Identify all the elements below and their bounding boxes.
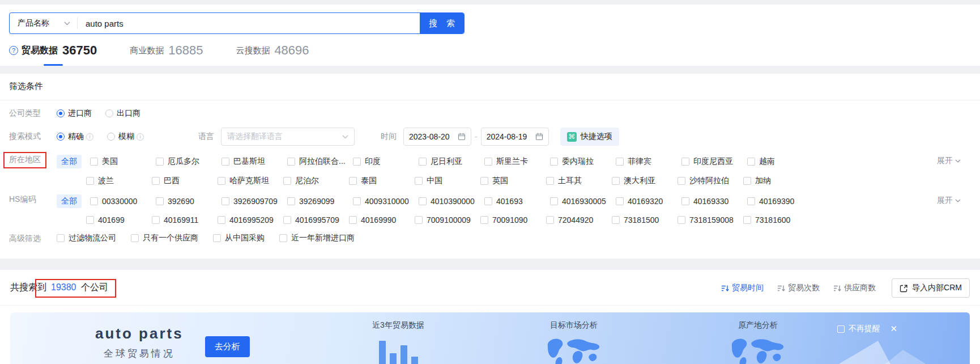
info-icon[interactable]: i bbox=[86, 133, 93, 141]
hs-checkbox-option[interactable]: 401693 bbox=[484, 197, 550, 206]
checkbox-icon[interactable] bbox=[681, 197, 689, 205]
region-checkbox-option[interactable]: 沙特阿拉伯 bbox=[678, 176, 743, 186]
sort-trade-time[interactable]: 贸易时间 bbox=[721, 283, 764, 293]
checkbox-icon[interactable] bbox=[678, 216, 685, 224]
checkbox-icon[interactable] bbox=[86, 216, 94, 224]
tab-cloud-search-data[interactable]: 云搜数据 48696 bbox=[236, 43, 309, 66]
checkbox-icon[interactable] bbox=[681, 158, 689, 166]
hs-checkbox-option[interactable]: 4016995209 bbox=[218, 215, 283, 225]
checkbox-icon[interactable] bbox=[419, 158, 427, 166]
checkbox-icon[interactable] bbox=[415, 177, 423, 185]
checkbox-icon[interactable] bbox=[612, 177, 620, 185]
hs-checkbox-option[interactable]: 73181600 bbox=[743, 215, 809, 225]
hs-checkbox-option[interactable]: 40169990 bbox=[349, 215, 415, 225]
hs-checkbox-option[interactable]: 7318159008 bbox=[678, 215, 743, 225]
hs-checkbox-option[interactable]: 4010390000 bbox=[419, 197, 484, 206]
checkbox-icon[interactable] bbox=[152, 216, 160, 224]
checkbox-icon[interactable] bbox=[131, 234, 139, 242]
region-checkbox-option[interactable]: 土耳其 bbox=[546, 176, 612, 186]
checkbox-icon[interactable] bbox=[287, 197, 295, 205]
checkbox-icon[interactable] bbox=[550, 197, 558, 205]
hs-checkbox-option[interactable]: 7009100009 bbox=[415, 215, 480, 225]
hs-checkbox-option[interactable]: 4016930005 bbox=[550, 197, 616, 206]
checkbox-icon[interactable] bbox=[743, 177, 751, 185]
region-expand-toggle[interactable]: 展开 bbox=[937, 156, 961, 166]
search-category-select[interactable]: 产品名称 bbox=[10, 13, 77, 33]
region-checkbox-option[interactable]: 委内瑞拉 bbox=[550, 156, 616, 167]
advanced-checkbox-option[interactable]: 过滤物流公司 bbox=[57, 233, 116, 243]
hs-checkbox-option[interactable]: 392690 bbox=[156, 197, 221, 206]
region-checkbox-option[interactable]: 印度尼西亚 bbox=[681, 156, 747, 167]
end-date-input[interactable]: 2024-08-19 bbox=[481, 128, 549, 146]
hs-checkbox-option[interactable]: 40169911 bbox=[152, 215, 218, 225]
checkbox-icon[interactable] bbox=[484, 197, 492, 205]
region-checkbox-option[interactable]: 阿拉伯联合... bbox=[287, 156, 353, 167]
tab-trade-data[interactable]: ? 贸易数据 36750 bbox=[9, 43, 97, 66]
hs-checkbox-option[interactable]: 4009310000 bbox=[353, 197, 419, 206]
checkbox-icon[interactable] bbox=[484, 158, 492, 166]
region-checkbox-option[interactable]: 美国 bbox=[90, 156, 156, 167]
checkbox-icon[interactable] bbox=[353, 158, 361, 166]
region-checkbox-option[interactable]: 印度 bbox=[353, 156, 419, 167]
checkbox-icon[interactable] bbox=[546, 177, 554, 185]
import-crm-button[interactable]: 导入内部CRM bbox=[892, 278, 970, 298]
hs-checkbox-option[interactable]: 40169390 bbox=[747, 197, 813, 206]
checkbox-icon[interactable] bbox=[747, 197, 755, 205]
checkbox-icon[interactable] bbox=[415, 216, 423, 224]
checkbox-icon[interactable] bbox=[213, 234, 221, 242]
hs-checkbox-option[interactable]: 70091090 bbox=[480, 215, 546, 225]
region-checkbox-option[interactable]: 泰国 bbox=[349, 176, 415, 186]
checkbox-icon[interactable] bbox=[349, 216, 357, 224]
search-input[interactable] bbox=[78, 13, 420, 33]
checkbox-icon[interactable] bbox=[349, 177, 357, 185]
radio-importer[interactable]: 进口商 bbox=[57, 108, 92, 118]
checkbox-icon[interactable] bbox=[57, 234, 65, 242]
search-button[interactable]: 搜 索 bbox=[420, 13, 464, 33]
radio-exact[interactable]: 精确 i bbox=[57, 132, 93, 142]
sort-trade-count[interactable]: 贸易次数 bbox=[777, 283, 820, 293]
checkbox-icon[interactable] bbox=[747, 158, 755, 166]
region-checkbox-option[interactable]: 巴基斯坦 bbox=[221, 156, 287, 167]
checkbox-icon[interactable] bbox=[90, 158, 98, 166]
language-select[interactable]: 请选择翻译语言 bbox=[221, 128, 355, 146]
hs-checkbox-option[interactable]: 73181500 bbox=[612, 215, 678, 225]
checkbox-icon[interactable] bbox=[283, 177, 291, 185]
checkbox-icon[interactable] bbox=[353, 197, 361, 205]
hs-expand-toggle[interactable]: 展开 bbox=[937, 196, 961, 206]
checkbox-icon[interactable] bbox=[550, 158, 558, 166]
hs-checkbox-option[interactable]: 401699 bbox=[86, 215, 152, 225]
checkbox-icon[interactable] bbox=[480, 216, 488, 224]
sort-supplier-count[interactable]: 供应商数 bbox=[833, 283, 876, 293]
advanced-checkbox-option[interactable]: 从中国采购 bbox=[213, 233, 265, 243]
checkbox-icon[interactable] bbox=[218, 177, 225, 185]
checkbox-icon[interactable] bbox=[221, 197, 229, 205]
region-checkbox-option[interactable]: 斯里兰卡 bbox=[484, 156, 550, 167]
hs-all-tag[interactable]: 全部 bbox=[57, 194, 82, 208]
hs-checkbox-option[interactable]: 40169330 bbox=[681, 197, 747, 206]
region-checkbox-option[interactable]: 越南 bbox=[747, 156, 813, 167]
hs-checkbox-option[interactable]: 3926909709 bbox=[221, 197, 287, 206]
close-icon[interactable]: ✕ bbox=[890, 324, 897, 334]
radio-exporter[interactable]: 出口商 bbox=[105, 108, 140, 118]
quick-options-button[interactable]: ⌘ 快捷选项 bbox=[560, 128, 619, 146]
region-checkbox-option[interactable]: 巴西 bbox=[152, 176, 218, 186]
checkbox-icon[interactable] bbox=[283, 216, 291, 224]
checkbox-icon[interactable] bbox=[743, 216, 751, 224]
checkbox-icon[interactable] bbox=[616, 158, 624, 166]
checkbox-icon[interactable] bbox=[612, 216, 620, 224]
checkbox-icon[interactable] bbox=[287, 158, 295, 166]
region-checkbox-option[interactable]: 尼日利亚 bbox=[419, 156, 484, 167]
radio-fuzzy[interactable]: 模糊 i bbox=[107, 132, 144, 142]
region-checkbox-option[interactable]: 哈萨克斯坦 bbox=[218, 176, 283, 186]
checkbox-icon[interactable] bbox=[616, 197, 624, 205]
region-checkbox-option[interactable]: 中国 bbox=[415, 176, 480, 186]
region-checkbox-option[interactable]: 澳大利亚 bbox=[612, 176, 678, 186]
region-checkbox-option[interactable]: 波兰 bbox=[86, 176, 152, 186]
checkbox-icon[interactable] bbox=[152, 177, 160, 185]
advanced-checkbox-option[interactable]: 近一年新增进口商 bbox=[279, 233, 355, 243]
checkbox-icon[interactable] bbox=[156, 197, 164, 205]
hs-checkbox-option[interactable]: 40169320 bbox=[616, 197, 681, 206]
info-icon[interactable]: i bbox=[137, 133, 144, 141]
hs-checkbox-option[interactable]: 72044920 bbox=[546, 215, 612, 225]
hs-checkbox-option[interactable]: 4016995709 bbox=[283, 215, 349, 225]
